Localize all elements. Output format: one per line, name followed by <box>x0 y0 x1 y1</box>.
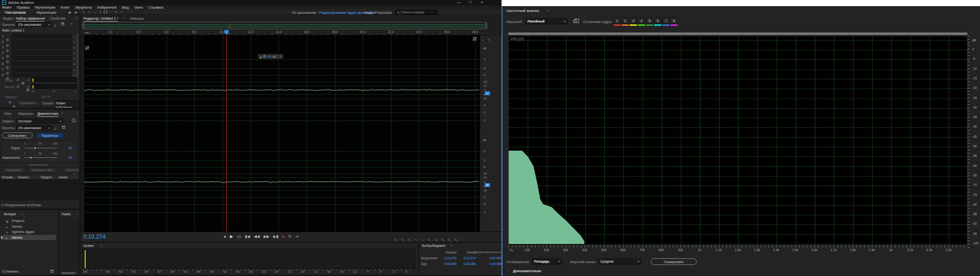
tab-overflow-icon[interactable]: » <box>76 16 78 20</box>
channel-gain-icon[interactable] <box>85 46 89 50</box>
tab-mixer[interactable]: Микшер <box>130 16 144 21</box>
tab-video[interactable]: Видео <box>3 16 13 21</box>
menu-5[interactable]: Избранное <box>97 5 117 10</box>
scan-button[interactable]: Сканировать <box>2 132 33 138</box>
view-duration[interactable]: 0:28.288 <box>473 262 501 265</box>
hold-frame-5[interactable]: 5 <box>646 18 653 26</box>
rack-list-icon[interactable]: ≣ <box>9 100 11 104</box>
hold-frame-button-7[interactable]: 7 <box>662 18 669 24</box>
hold-frame-button-3[interactable]: 3 <box>630 18 637 24</box>
tab-files[interactable]: Files <box>4 111 11 116</box>
menu-2[interactable]: Мультитрек <box>35 5 56 10</box>
menu-1[interactable]: Правка <box>17 5 30 10</box>
workspace-menu-icon[interactable]: ≡ <box>358 11 360 14</box>
slot-arrow-icon[interactable]: ▸ <box>74 45 75 49</box>
slot-well[interactable] <box>11 62 72 66</box>
effect-slot-7[interactable]: 7▸ <box>1 67 77 72</box>
spot-heal-tool-icon[interactable]: + <box>121 10 122 14</box>
slot-well[interactable] <box>11 51 72 55</box>
menu-7[interactable]: Окно <box>134 5 143 10</box>
slot-arrow-icon[interactable]: ▸ <box>74 40 75 44</box>
selection-view-title[interactable]: Выбор/Видимое <box>422 244 445 247</box>
navigator-left-handle[interactable] <box>83 22 85 29</box>
favorite-icon[interactable]: ★ <box>70 22 73 26</box>
history-menu-icon[interactable]: ≡ <box>21 212 23 216</box>
fix-all-button[interactable]: Исправить Все <box>28 167 56 173</box>
col-start[interactable]: Начало ↑ <box>18 176 31 179</box>
frequency-graph[interactable]: ИТК (СП) <box>508 36 968 245</box>
pause-button[interactable]: ▮▮ <box>237 233 241 240</box>
rewind-button[interactable]: ◀◀ <box>254 233 259 240</box>
selection-start[interactable]: 0:10.274 <box>437 256 457 260</box>
hold-frame-button-2[interactable]: 2 <box>622 18 629 24</box>
editor-menu-icon[interactable]: ≡ <box>123 16 125 20</box>
hold-frame-button-5[interactable]: 5 <box>646 18 653 24</box>
complexity-thumb[interactable] <box>30 156 32 159</box>
diag-save-preset-icon[interactable]: ↓ <box>55 126 56 130</box>
diagnostics-menu-icon[interactable]: ≡ <box>61 111 63 115</box>
lasso-tool-icon[interactable]: ◌ <box>110 10 112 14</box>
delete-preset-icon[interactable] <box>61 22 64 25</box>
minimize-button[interactable]: — <box>453 0 465 5</box>
time-display[interactable]: 0:10.274 <box>83 233 106 240</box>
history-item-2[interactable]: ✕Удалить аудио <box>1 229 56 234</box>
rack-preset-select[interactable]: (По умолчанию)▾ <box>16 22 52 27</box>
advanced-expander-icon[interactable]: › <box>507 269 508 272</box>
selection-view-menu-icon[interactable]: ≡ <box>451 244 453 247</box>
slot-arrow-icon[interactable]: ▸ <box>74 51 75 55</box>
reset-zoom-button[interactable] <box>421 234 423 243</box>
tab-markers[interactable]: Маркеры <box>18 111 33 116</box>
slot-arrow-icon[interactable]: ▸ <box>74 68 75 71</box>
hud-pin-icon[interactable]: ✎ <box>279 55 282 58</box>
slot-well[interactable] <box>11 34 72 38</box>
tab-properties[interactable]: Свойства <box>50 16 66 21</box>
timeline-ruler[interactable]: чмс 2,04,06,08,010,012,014,016,018,020,0… <box>80 30 487 35</box>
input-dial-icon[interactable] <box>22 82 24 85</box>
problem-list[interactable] <box>0 179 79 200</box>
history-item-0[interactable]: ▤Открыть <box>1 218 56 223</box>
history-item-1[interactable]: ●Запись <box>1 224 56 229</box>
effect-slot-5[interactable]: 5▸ <box>1 55 77 61</box>
tab-editor[interactable]: Редактор: Untitled 1 * <box>83 16 118 22</box>
menu-6[interactable]: Вид <box>122 5 129 10</box>
frequency-analysis-title[interactable]: Частотный анализ <box>506 9 539 13</box>
slot-arrow-icon[interactable]: ▸ <box>74 73 75 77</box>
hold-frame-7[interactable]: 7 <box>662 18 669 26</box>
tracks-scrollbar[interactable] <box>61 272 76 274</box>
freq-scan-button[interactable]: Сканировать <box>651 258 697 265</box>
maximize-button[interactable]: □ <box>465 0 476 5</box>
hold-frame-1[interactable]: 1 <box>613 18 621 26</box>
channel-right-badge[interactable]: R <box>485 183 490 187</box>
rack-scrollbar[interactable] <box>77 33 78 77</box>
slip-tool-icon[interactable]: ↔ <box>94 10 97 14</box>
diag-overflow-icon[interactable]: » <box>76 111 78 115</box>
waveform-view-button[interactable]: Тип сигнала <box>3 10 28 14</box>
display-select[interactable]: Площадь▾ <box>532 258 562 265</box>
selection-duration[interactable]: 0:00.000 <box>473 256 501 260</box>
skip-start-button[interactable]: ▮◀ <box>245 233 250 240</box>
spectral-display-icon[interactable]: ▦ <box>67 11 72 14</box>
hold-frame-3[interactable]: 3 <box>630 18 637 26</box>
meter-input-icon[interactable]: Т <box>488 38 490 42</box>
col-fixed[interactable]: Исправ... <box>2 176 15 179</box>
zoom-navigator[interactable] <box>82 22 487 29</box>
scale-select[interactable]: Линейный▾ <box>525 18 568 24</box>
tab-diagnostics[interactable]: Диагностика <box>37 111 58 117</box>
play-button[interactable]: ▶ <box>230 233 233 240</box>
pitch-display-icon[interactable]: ▤ <box>73 11 78 14</box>
col-channel[interactable]: Канал <box>59 176 67 179</box>
hold-frame-button-6[interactable]: 6 <box>654 18 661 24</box>
effect-select[interactable]: DeClicker▾ <box>16 119 63 123</box>
zoom-out-point-button[interactable] <box>401 234 403 243</box>
menu-4[interactable]: Эффекты <box>75 5 92 10</box>
razor-tool-icon[interactable]: ✂ <box>88 10 91 14</box>
threshold-slider[interactable] <box>24 148 57 148</box>
skip-selection-button[interactable]: ⇥ <box>295 233 299 240</box>
slot-well[interactable] <box>11 67 72 72</box>
hold-frame-4[interactable]: 4 <box>638 18 645 26</box>
help-search-input[interactable]: Поиск в справке <box>395 10 437 14</box>
history-item-3[interactable]: ▶●Запись <box>1 235 56 240</box>
slot-arrow-icon[interactable]: ▸ <box>74 62 75 66</box>
tracks-menu-icon[interactable]: ⋮ <box>76 212 79 216</box>
hold-frame-button-8[interactable]: 8 <box>670 18 678 24</box>
